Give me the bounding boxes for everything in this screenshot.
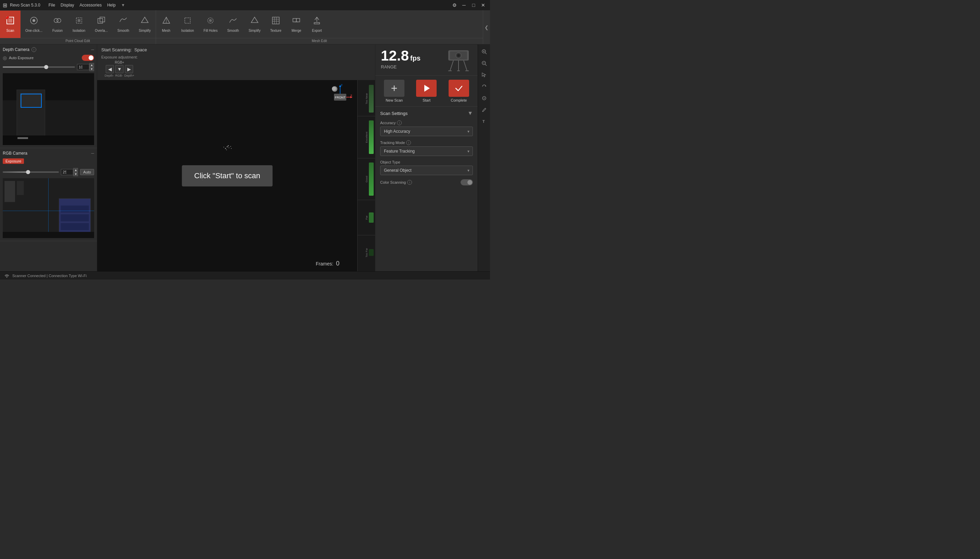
tracking-mode-select-wrapper: Feature Tracking Marker Tracking Turntab… [380, 146, 473, 156]
sidebar-rotate-icon[interactable] [479, 81, 489, 92]
rgb-slider[interactable] [3, 171, 59, 173]
svg-line-91 [485, 64, 487, 66]
svg-text:X: X [350, 94, 353, 97]
color-scanning-toggle-thumb [467, 180, 472, 185]
sidebar-zoom-in-icon[interactable] [479, 46, 489, 57]
auto-exposure-icon: ◎ [3, 55, 7, 61]
menu-display[interactable]: Display [61, 3, 74, 8]
depth-camera-info-icon[interactable]: i [31, 47, 36, 52]
depth-value-input[interactable]: 10 ▲ ▼ [77, 63, 94, 71]
toolbar-item-simplify-pc[interactable]: Simplify [134, 11, 156, 38]
depth-number-input[interactable]: 10 [77, 64, 89, 70]
rgb-minus-btn[interactable]: ▼ [115, 65, 124, 73]
scan-overlay-button[interactable]: Click "Start" to scan [182, 165, 273, 187]
depth-increment[interactable]: ▲ [89, 63, 94, 67]
auto-button[interactable]: Auto [80, 169, 94, 175]
toolbar-item-simplify2[interactable]: Simplify [243, 11, 265, 38]
auto-exposure-row: ◎ Auto Exposure [3, 55, 94, 61]
menu-accessories[interactable]: Accessories [79, 3, 102, 8]
toolbar-item-fusion[interactable]: Fusion [47, 11, 68, 38]
toolbar-item-one-click[interactable]: One-click... [20, 11, 47, 38]
toolbar-item-overlay[interactable]: Overla... [90, 11, 113, 38]
exposure-buttons: RGB+ ◀ ▼ ▶ Depth- RGB- Depth+ [101, 61, 137, 77]
toolbar-item-isolation[interactable]: Isolation [68, 11, 90, 38]
settings-collapse[interactable]: ▼ [467, 110, 473, 116]
start-btn[interactable]: Start [412, 80, 441, 102]
menu-help[interactable]: Help [107, 3, 116, 8]
svg-rect-26 [296, 18, 300, 22]
action-buttons: New Scan Start Complete [375, 76, 478, 107]
sidebar-pen-icon[interactable] [479, 105, 489, 115]
toolbar-item-texture[interactable]: Texture [265, 11, 286, 38]
pc-edit-label: Point Cloud Edit [0, 38, 156, 44]
settings-button[interactable]: ⚙ [450, 1, 459, 9]
sidebar-reset-icon[interactable] [479, 93, 489, 103]
scan-shortcut: Space [134, 47, 147, 52]
complete-label: Complete [451, 98, 467, 102]
range-too-far-label: Too Far [365, 248, 368, 257]
range-too-far: Too Far [358, 235, 375, 270]
color-scanning-label-text: Color Scanning [380, 180, 406, 184]
rgb-camera-title: RGB Camera [3, 151, 27, 155]
minimize-button[interactable]: ─ [460, 1, 468, 9]
isolation2-icon [183, 16, 192, 27]
toolbar-item-export[interactable]: Export [306, 11, 327, 38]
rgb-camera-collapse[interactable]: ─ [91, 151, 94, 155]
exposure-badge[interactable]: Exposure [3, 159, 24, 164]
object-type-select[interactable]: General Object Small Object Large Object [380, 165, 473, 175]
new-scan-icon [384, 80, 404, 97]
depth-camera-section: Depth Camera i ─ ◎ Auto Exposure [0, 45, 97, 148]
export-icon [312, 16, 322, 27]
rgb-decrement[interactable]: ▼ [73, 172, 78, 176]
depth-decrement[interactable]: ▼ [89, 67, 94, 71]
sidebar-cursor-icon[interactable] [479, 70, 489, 80]
complete-btn[interactable]: Complete [444, 80, 473, 102]
tracking-mode-info-icon[interactable]: i [406, 140, 411, 145]
depth-plus-btn[interactable]: ▶ [125, 65, 133, 73]
toolbar-item-smooth-pc[interactable]: Smooth [113, 11, 134, 38]
sidebar-text-icon[interactable]: T [479, 116, 489, 127]
rgb-number-input[interactable]: 25 [61, 169, 73, 175]
toolbar-item-smooth2[interactable]: Smooth [222, 11, 243, 38]
toolbar-item-fill-holes[interactable]: Fill Holes [199, 11, 222, 38]
exposure-btn-row: ◀ ▼ ▶ [106, 65, 133, 73]
svg-rect-28 [314, 23, 319, 24]
toolbar-item-scan[interactable]: Scan [0, 11, 20, 38]
toolbar-collapse[interactable]: ❮ [483, 10, 490, 44]
sidebar-zoom-out-icon[interactable] [479, 58, 489, 68]
depth-camera-collapse[interactable]: ─ [91, 47, 94, 52]
tracking-mode-select[interactable]: Feature Tracking Marker Tracking Turntab… [380, 146, 473, 156]
depth-minus-btn[interactable]: ◀ [106, 65, 114, 73]
svg-rect-41 [61, 206, 89, 213]
auto-exposure-toggle[interactable] [82, 55, 94, 61]
menu-file[interactable]: File [49, 3, 55, 8]
rgb-preview-inner [3, 178, 94, 238]
maximize-button[interactable]: □ [470, 1, 478, 9]
svg-text:T: T [482, 119, 485, 124]
toolbar-item-merge[interactable]: Merge [286, 11, 306, 38]
accuracy-select[interactable]: High Accuracy Standard Fast [380, 127, 473, 136]
menu-dropdown[interactable]: ▼ [121, 3, 125, 8]
exposure-labels-row: Depth- RGB- Depth+ [105, 74, 134, 77]
toolbar-item-mesh[interactable]: Mesh [156, 11, 177, 38]
rgb-value-input[interactable]: 25 ▲ ▼ [61, 168, 78, 176]
accuracy-label-text: Accuracy [380, 121, 396, 125]
scan-viewport[interactable]: Click "Start" to scan FRONT Z [97, 80, 357, 271]
app-title: Revo Scan 5.3.0 [10, 3, 40, 8]
svg-point-52 [225, 148, 226, 149]
close-button[interactable]: ✕ [479, 1, 487, 9]
object-type-row: Object Type General Object Small Object … [380, 160, 473, 175]
color-scanning-info-icon[interactable]: i [407, 180, 412, 185]
depth-slider[interactable] [3, 66, 75, 68]
new-scan-btn[interactable]: New Scan [379, 80, 409, 102]
simplify-pc-icon [140, 16, 149, 27]
scan-controls-title: Start Scanning: [101, 47, 132, 52]
fps-display: 12.8 fps [381, 49, 420, 63]
toolbar-item-isolation2[interactable]: Isolation [177, 11, 199, 38]
simplify2-icon [250, 16, 259, 27]
rgb-increment[interactable]: ▲ [73, 168, 78, 172]
color-scanning-toggle[interactable] [460, 179, 473, 185]
auto-exposure-label: Auto Exposure [9, 56, 33, 60]
accuracy-info-icon[interactable]: i [397, 121, 402, 125]
depth-minus-label: Depth- [105, 74, 114, 77]
